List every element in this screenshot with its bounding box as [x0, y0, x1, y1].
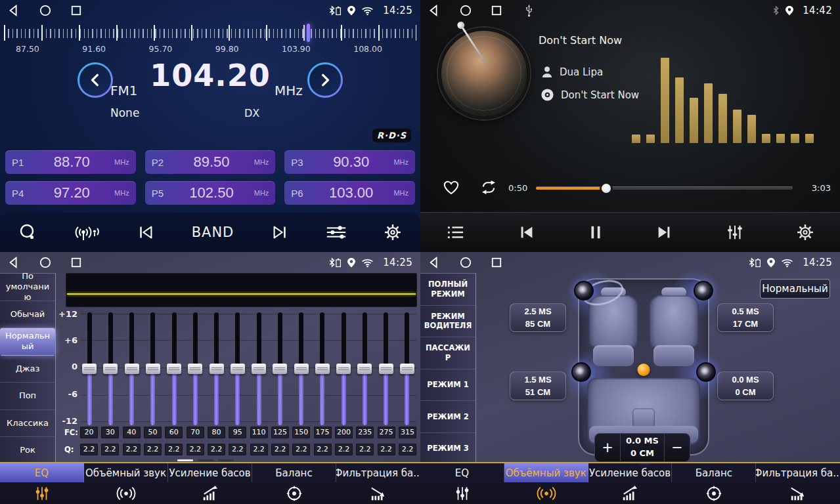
sound-profile-button[interactable]: Нормальный: [760, 279, 830, 299]
slider-knob[interactable]: [231, 364, 245, 374]
q-value[interactable]: 2.2: [80, 444, 98, 455]
rear-left-speaker-icon[interactable]: [571, 362, 591, 382]
home-icon[interactable]: [39, 5, 51, 16]
back-icon[interactable]: [428, 5, 440, 16]
listener-position-dot[interactable]: [638, 364, 650, 376]
listening-mode-item[interactable]: ПОЛНЫЙ РЕЖИМ: [420, 274, 475, 306]
q-value[interactable]: 2.2: [399, 444, 416, 455]
fc-value[interactable]: 200: [335, 427, 353, 438]
front-left-delay-button[interactable]: 2.5 MS 85 CM: [510, 303, 566, 332]
tune-up-button[interactable]: [307, 62, 343, 98]
home-icon[interactable]: [460, 257, 472, 268]
previous-track-icon[interactable]: [517, 223, 537, 242]
eq-band-slider[interactable]: [124, 312, 140, 425]
fc-value[interactable]: 110: [250, 427, 268, 438]
listening-mode-item[interactable]: РЕЖИМ 1: [420, 369, 475, 402]
q-value[interactable]: 2.2: [208, 444, 225, 455]
back-icon[interactable]: [8, 257, 20, 268]
slider-knob[interactable]: [400, 364, 414, 374]
equalizer-icon[interactable]: [325, 223, 347, 242]
slider-knob[interactable]: [82, 364, 97, 374]
slider-knob[interactable]: [252, 364, 266, 374]
listening-mode-item[interactable]: РЕЖИМ 3: [420, 433, 475, 465]
q-value[interactable]: 2.2: [378, 444, 395, 455]
slider-knob[interactable]: [125, 364, 139, 374]
q-value[interactable]: 2.2: [144, 444, 162, 455]
q-value[interactable]: 2.2: [292, 444, 310, 455]
preset-button[interactable]: P4 97.20 MHz: [5, 181, 136, 205]
broadcast-icon[interactable]: [73, 222, 100, 242]
q-value[interactable]: 2.2: [314, 444, 332, 455]
preset-button[interactable]: P2 89.50 MHz: [145, 150, 276, 174]
previous-station-icon[interactable]: [137, 223, 155, 242]
eq-preset-item[interactable]: Обычай: [0, 301, 55, 329]
listening-mode-item[interactable]: РЕЖИМ 2: [420, 401, 475, 433]
scan-icon[interactable]: [18, 223, 37, 242]
eq-preset-item[interactable]: Рок: [0, 437, 55, 465]
slider-knob[interactable]: [188, 364, 202, 374]
fc-value[interactable]: 30: [101, 427, 119, 438]
pause-icon[interactable]: [588, 223, 604, 242]
rear-left-delay-button[interactable]: 1.5 MS 51 CM: [510, 371, 566, 400]
repeat-icon[interactable]: [478, 178, 499, 196]
listening-mode-item[interactable]: ПАССАЖИР: [420, 337, 475, 369]
tab-filter[interactable]: Фильтрация ба...: [756, 463, 840, 504]
eq-band-slider[interactable]: [294, 312, 309, 425]
tab-surround[interactable]: Объёмный звук: [504, 463, 588, 504]
eq-band-slider[interactable]: [399, 312, 415, 425]
slider-knob[interactable]: [167, 364, 181, 374]
fc-value[interactable]: 60: [165, 427, 183, 438]
decrease-delay-button[interactable]: −: [665, 434, 690, 461]
eq-preset-item[interactable]: Классика: [0, 410, 55, 438]
fc-value[interactable]: 80: [208, 427, 225, 438]
eq-band-slider[interactable]: [230, 312, 246, 425]
tab-balance[interactable]: Баланс: [672, 463, 756, 504]
eq-preset-item[interactable]: Нормальный: [0, 328, 55, 356]
front-right-speaker-icon[interactable]: [694, 281, 713, 301]
fc-value[interactable]: 125: [271, 427, 289, 438]
fc-value[interactable]: 50: [144, 427, 162, 438]
tab-balance[interactable]: Баланс: [252, 463, 336, 504]
fc-value[interactable]: 235: [356, 427, 374, 438]
home-icon[interactable]: [39, 257, 51, 268]
q-value[interactable]: 2.2: [187, 444, 204, 455]
playlist-icon[interactable]: [446, 224, 466, 241]
fc-value[interactable]: 95: [229, 427, 246, 438]
fc-value[interactable]: 70: [187, 427, 204, 438]
eq-band-slider[interactable]: [209, 312, 225, 425]
q-value[interactable]: 2.2: [271, 444, 289, 455]
rear-right-speaker-icon[interactable]: [696, 362, 716, 382]
recents-icon[interactable]: [71, 5, 81, 16]
eq-band-slider[interactable]: [378, 312, 394, 425]
tune-down-button[interactable]: [77, 62, 113, 98]
eq-band-slider[interactable]: [272, 312, 288, 425]
tab-bass-boost[interactable]: Усиление басов: [168, 463, 252, 504]
eq-band-slider[interactable]: [187, 312, 203, 425]
preset-button[interactable]: P5 102.50 MHz: [145, 181, 276, 205]
q-value[interactable]: 2.2: [229, 444, 246, 455]
progress-knob[interactable]: [602, 184, 611, 193]
fc-value[interactable]: 40: [123, 427, 141, 438]
slider-knob[interactable]: [103, 364, 118, 374]
fc-value[interactable]: 175: [314, 427, 332, 438]
eq-band-slider[interactable]: [357, 312, 372, 425]
eq-preset-item[interactable]: Поп: [0, 383, 55, 410]
tab-filter[interactable]: Фильтрация ба...: [336, 463, 420, 504]
fc-value[interactable]: 20: [80, 427, 98, 438]
q-value[interactable]: 2.2: [356, 444, 374, 455]
slider-knob[interactable]: [146, 364, 160, 374]
slider-knob[interactable]: [210, 364, 224, 374]
frequency-ruler[interactable]: 87.5091.6095.7099.80103.90108.00: [0, 22, 420, 59]
settings-gear-icon[interactable]: [384, 223, 402, 242]
slider-knob[interactable]: [315, 364, 330, 374]
q-value[interactable]: 2.2: [123, 444, 141, 455]
eq-band-slider[interactable]: [315, 312, 330, 425]
recents-icon[interactable]: [491, 257, 502, 268]
fc-value[interactable]: 150: [292, 427, 310, 438]
eq-band-slider[interactable]: [81, 312, 97, 425]
tab-eq[interactable]: EQ: [420, 463, 504, 504]
increase-delay-button[interactable]: +: [595, 434, 620, 461]
preset-button[interactable]: P3 90.30 MHz: [284, 150, 415, 174]
recents-icon[interactable]: [491, 5, 502, 16]
eq-preset-item[interactable]: По умолчанию: [0, 274, 55, 301]
